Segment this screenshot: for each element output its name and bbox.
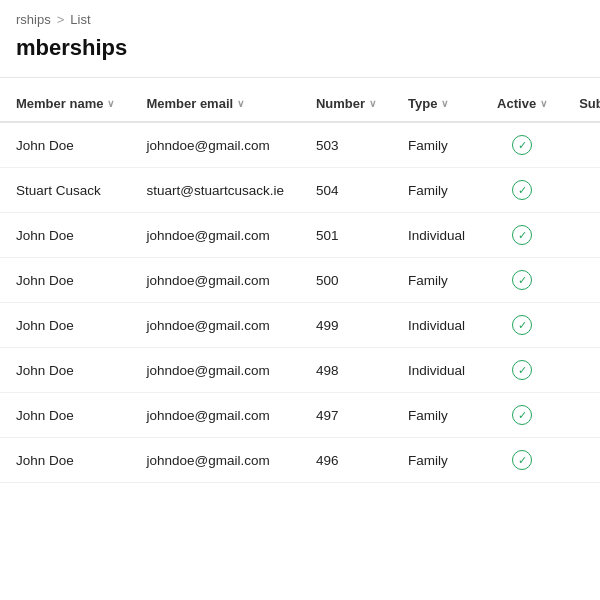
cell-email: johndoe@gmail.com <box>130 122 300 168</box>
sort-icon-active: ∨ <box>540 98 547 109</box>
col-label-name: Member name <box>16 96 103 111</box>
cell-name: John Doe <box>0 258 130 303</box>
col-header-email[interactable]: Member email ∨ <box>130 86 300 122</box>
cell-active: ✓ <box>481 303 563 348</box>
cell-active: ✓ <box>481 438 563 483</box>
cell-email: stuart@stuartcusack.ie <box>130 168 300 213</box>
cell-email: johndoe@gmail.com <box>130 393 300 438</box>
breadcrumb: rships > List mberships <box>0 0 600 78</box>
memberships-table-container: Member name ∨ Member email ∨ Number ∨ <box>0 86 600 483</box>
cell-email: johndoe@gmail.com <box>130 258 300 303</box>
cell-type: Family <box>392 258 481 303</box>
cell-subscribed: ✕ <box>563 348 600 393</box>
active-check-icon: ✓ <box>512 225 532 245</box>
cell-name: John Doe <box>0 348 130 393</box>
cell-number: 497 <box>300 393 392 438</box>
sort-icon-name: ∨ <box>107 98 114 109</box>
table-row: Stuart Cusackstuart@stuartcusack.ie504Fa… <box>0 168 600 213</box>
cell-number: 500 <box>300 258 392 303</box>
cell-subscribed: ✕ <box>563 258 600 303</box>
cell-active: ✓ <box>481 122 563 168</box>
cell-name: Stuart Cusack <box>0 168 130 213</box>
cell-email: johndoe@gmail.com <box>130 348 300 393</box>
cell-type: Individual <box>392 303 481 348</box>
table-row: John Doejohndoe@gmail.com498Individual✓✕ <box>0 348 600 393</box>
active-check-icon: ✓ <box>512 360 532 380</box>
active-check-icon: ✓ <box>512 315 532 335</box>
cell-name: John Doe <box>0 213 130 258</box>
table-row: John Doejohndoe@gmail.com497Family✓✕ <box>0 393 600 438</box>
col-header-subscribed[interactable]: Subscribed ∨ <box>563 86 600 122</box>
col-label-active: Active <box>497 96 536 111</box>
cell-subscribed: ✕ <box>563 303 600 348</box>
breadcrumb-current: List <box>70 12 90 27</box>
cell-email: johndoe@gmail.com <box>130 438 300 483</box>
cell-type: Family <box>392 122 481 168</box>
active-check-icon: ✓ <box>512 450 532 470</box>
active-check-icon: ✓ <box>512 135 532 155</box>
col-header-active[interactable]: Active ∨ <box>481 86 563 122</box>
cell-active: ✓ <box>481 168 563 213</box>
cell-active: ✓ <box>481 393 563 438</box>
cell-name: John Doe <box>0 438 130 483</box>
col-header-name[interactable]: Member name ∨ <box>0 86 130 122</box>
table-header-row: Member name ∨ Member email ∨ Number ∨ <box>0 86 600 122</box>
col-label-subscribed: Subscribed <box>579 96 600 111</box>
cell-email: johndoe@gmail.com <box>130 303 300 348</box>
sort-icon-number: ∨ <box>369 98 376 109</box>
cell-name: John Doe <box>0 122 130 168</box>
table-row: John Doejohndoe@gmail.com500Family✓✕ <box>0 258 600 303</box>
col-header-type[interactable]: Type ∨ <box>392 86 481 122</box>
cell-number: 499 <box>300 303 392 348</box>
breadcrumb-parent[interactable]: rships <box>16 12 51 27</box>
cell-type: Family <box>392 393 481 438</box>
col-label-number: Number <box>316 96 365 111</box>
cell-type: Individual <box>392 213 481 258</box>
cell-number: 496 <box>300 438 392 483</box>
cell-type: Family <box>392 168 481 213</box>
col-header-number[interactable]: Number ∨ <box>300 86 392 122</box>
table-row: John Doejohndoe@gmail.com496Family✓✕ <box>0 438 600 483</box>
cell-subscribed: ✕ <box>563 168 600 213</box>
cell-number: 501 <box>300 213 392 258</box>
cell-number: 503 <box>300 122 392 168</box>
active-check-icon: ✓ <box>512 405 532 425</box>
memberships-table: Member name ∨ Member email ∨ Number ∨ <box>0 86 600 483</box>
page-title: mberships <box>0 31 600 77</box>
active-check-icon: ✓ <box>512 180 532 200</box>
col-label-email: Member email <box>146 96 233 111</box>
sort-icon-email: ∨ <box>237 98 244 109</box>
sort-icon-type: ∨ <box>441 98 448 109</box>
cell-number: 498 <box>300 348 392 393</box>
cell-subscribed: ✕ <box>563 213 600 258</box>
table-row: John Doejohndoe@gmail.com499Individual✓✕ <box>0 303 600 348</box>
cell-active: ✓ <box>481 258 563 303</box>
cell-type: Individual <box>392 348 481 393</box>
cell-active: ✓ <box>481 348 563 393</box>
cell-name: John Doe <box>0 303 130 348</box>
cell-type: Family <box>392 438 481 483</box>
cell-number: 504 <box>300 168 392 213</box>
table-row: John Doejohndoe@gmail.com503Family✓✕ <box>0 122 600 168</box>
table-row: John Doejohndoe@gmail.com501Individual✓✕ <box>0 213 600 258</box>
cell-name: John Doe <box>0 393 130 438</box>
cell-email: johndoe@gmail.com <box>130 213 300 258</box>
breadcrumb-separator: > <box>57 12 65 27</box>
col-label-type: Type <box>408 96 437 111</box>
cell-subscribed: ✕ <box>563 122 600 168</box>
cell-active: ✓ <box>481 213 563 258</box>
divider <box>0 77 600 78</box>
active-check-icon: ✓ <box>512 270 532 290</box>
cell-subscribed: ✕ <box>563 393 600 438</box>
cell-subscribed: ✕ <box>563 438 600 483</box>
